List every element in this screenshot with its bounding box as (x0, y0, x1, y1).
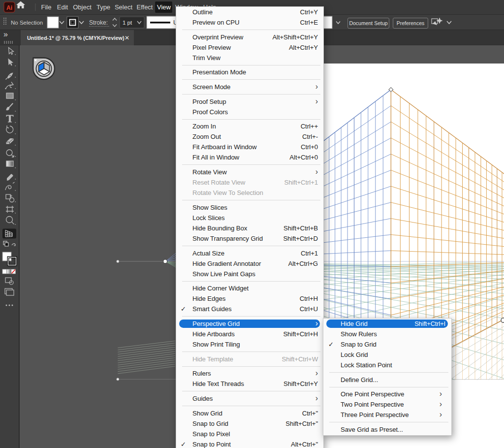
svg-text:No Selection: No Selection (11, 20, 43, 26)
svg-text:Stroke:: Stroke: (89, 19, 108, 26)
svg-text:Ai: Ai (6, 4, 12, 11)
svg-text:1 pt: 1 pt (123, 20, 132, 26)
